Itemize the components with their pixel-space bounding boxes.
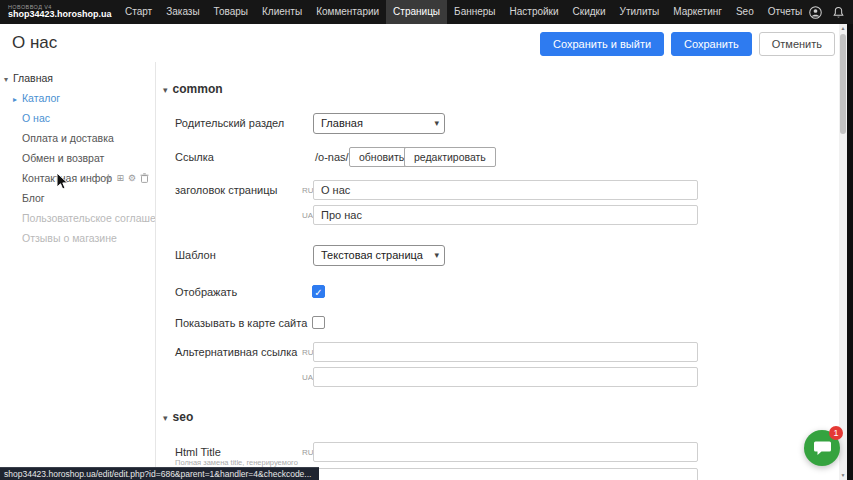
section-common-label: common: [173, 82, 223, 96]
parent-section-label: Родительский раздел: [175, 117, 284, 129]
add-page-icon[interactable]: ⊞: [116, 174, 124, 183]
chevron-down-icon: ▾: [4, 70, 13, 88]
sitemap-label: Показывать в карте сайта: [175, 317, 307, 329]
sidebar-item-label: Контактная инфор: [22, 172, 112, 184]
nav-orders[interactable]: Заказы: [159, 0, 206, 24]
nav-seo[interactable]: Seo: [729, 0, 761, 24]
nav-marketing[interactable]: Маркетинг: [666, 0, 729, 24]
alt-link-ua-input[interactable]: [313, 367, 698, 387]
page-title-ua-input[interactable]: [313, 205, 698, 225]
lang-tag-ua: UA: [302, 373, 313, 382]
sidebar-item-label: Пользовательское соглашение: [22, 212, 155, 224]
lang-tag-ru: RU: [302, 186, 314, 195]
field-page-title-ru: заголовок страницы RU: [157, 180, 840, 202]
sidebar-item-catalog[interactable]: ▸Каталог: [0, 88, 155, 108]
link-label: Ссылка: [175, 151, 214, 163]
sidebar-item-label: Обмен и возврат: [22, 152, 104, 164]
save-button[interactable]: Сохранить: [671, 32, 752, 56]
brand-domain-label: shop34423.horoshop.ua: [8, 10, 108, 20]
scrollbar-thumb[interactable]: [840, 34, 846, 134]
sidebar-item-store-reviews[interactable]: Отзывы о магазине: [0, 228, 155, 248]
vertical-scrollbar[interactable]: ▲ ▼: [839, 24, 847, 480]
field-alt-link-ua: UA: [157, 367, 840, 389]
page-title-field-label: заголовок страницы: [175, 184, 277, 196]
cancel-button[interactable]: Отменить: [759, 32, 835, 56]
section-seo-label: seo: [173, 410, 194, 424]
sidebar-item-label: Отзывы о магазине: [22, 232, 117, 244]
html-title-hint: Полная замена title, генерируемого: [175, 458, 298, 467]
display-label: Отображать: [175, 286, 237, 298]
sidebar-item-contact-info[interactable]: Контактная инфор ✛ ⊞ ⚙: [0, 168, 155, 188]
nav-pages[interactable]: Страницы: [386, 0, 447, 24]
alt-link-ru-input[interactable]: [313, 342, 698, 362]
header-actions: Сохранить и выйти Сохранить Отменить: [540, 32, 835, 56]
nav-reports[interactable]: Отчеты: [761, 0, 810, 24]
scroll-down-arrow[interactable]: ▼: [839, 471, 847, 480]
page-header: О нас Сохранить и выйти Сохранить Отмени…: [0, 24, 847, 62]
sidebar-item-label: О нас: [22, 112, 50, 124]
sidebar-item-about[interactable]: О нас: [0, 108, 155, 128]
chat-unread-badge: 1: [829, 426, 843, 440]
section-common-toggle[interactable]: ▾common: [163, 82, 223, 96]
app-window: НОВОВВОД V4 shop34423.horoshop.ua Старт …: [0, 0, 853, 480]
template-select[interactable]: Текстовая страница: [313, 245, 445, 266]
alt-link-label: Альтернативная ссылка: [175, 346, 297, 358]
chat-widget-button[interactable]: 1: [804, 430, 840, 466]
notifications-icon[interactable]: [832, 6, 845, 19]
chevron-down-icon: ▾: [163, 85, 168, 95]
sidebar-item-payment-delivery[interactable]: Оплата и доставка: [0, 128, 155, 148]
sitemap-checkbox[interactable]: [312, 316, 325, 329]
chat-bubble-icon: [813, 440, 831, 456]
lang-tag-ua: UA: [302, 211, 313, 220]
page-edit-form: ▾common Родительский раздел Главная Ссыл…: [157, 62, 840, 480]
html-title-ua-input[interactable]: [313, 468, 698, 480]
gear-icon[interactable]: ⚙: [128, 174, 136, 183]
trash-icon[interactable]: [140, 173, 149, 183]
move-icon[interactable]: ✛: [105, 174, 113, 183]
lang-tag-ru: RU: [302, 448, 314, 457]
field-sitemap: Показывать в карте сайта: [157, 313, 840, 335]
field-link: Ссылка /o-nas/ обновить редактировать: [157, 147, 840, 169]
field-display: Отображать ✓: [157, 282, 840, 304]
status-url-bubble: shop34423.horoshop.ua/edit/edit.php?id=6…: [0, 467, 319, 480]
section-seo-toggle[interactable]: ▾seo: [163, 410, 193, 424]
field-html-title-ru: Html Title Полная замена title, генериру…: [157, 442, 840, 464]
nav-products[interactable]: Товары: [207, 0, 255, 24]
nav-clients[interactable]: Клиенты: [255, 0, 309, 24]
sidebar-item-blog[interactable]: Блог: [0, 188, 155, 208]
topbar: НОВОВВОД V4 shop34423.horoshop.ua Старт …: [0, 0, 853, 24]
nav-start[interactable]: Старт: [118, 0, 159, 24]
link-edit-button[interactable]: редактировать: [404, 147, 496, 167]
nav-settings[interactable]: Настройки: [503, 0, 566, 24]
page-title-ru-input[interactable]: [313, 180, 698, 200]
html-title-ru-input[interactable]: [313, 442, 698, 462]
account-icon[interactable]: [809, 6, 822, 19]
link-path-value: /o-nas/: [315, 151, 349, 163]
field-alt-link-ru: Альтернативная ссылка RU: [157, 342, 840, 364]
nav-comments[interactable]: Комментарии: [309, 0, 386, 24]
window-edge-strip: [847, 24, 853, 480]
sidebar-item-exchange-return[interactable]: Обмен и возврат: [0, 148, 155, 168]
brand-logo[interactable]: НОВОВВОД V4 shop34423.horoshop.ua: [0, 4, 118, 20]
display-checkbox[interactable]: ✓: [312, 285, 325, 298]
scroll-up-arrow[interactable]: ▲: [839, 24, 847, 33]
sidebar-item-home[interactable]: ▾Главная: [0, 68, 155, 88]
field-page-title-ua: UA: [157, 205, 840, 227]
chevron-right-icon: ▸: [13, 90, 22, 108]
nav-banners[interactable]: Баннеры: [447, 0, 502, 24]
top-nav: Старт Заказы Товары Клиенты Комментарии …: [118, 0, 809, 24]
nav-utilities[interactable]: Утилиты: [613, 0, 667, 24]
sidebar-item-label: Главная: [13, 72, 53, 84]
nav-discounts[interactable]: Скидки: [566, 0, 613, 24]
pages-tree-sidebar: ▾Главная ▸Каталог О нас Оплата и доставк…: [0, 62, 156, 480]
topbar-icons: [809, 6, 853, 19]
lang-tag-ru: RU: [302, 348, 314, 357]
template-label: Шаблон: [175, 249, 216, 261]
sidebar-item-label: Каталог: [22, 92, 60, 104]
html-title-label: Html Title: [175, 446, 221, 458]
field-template: Шаблон Текстовая страница: [157, 245, 840, 267]
sidebar-item-user-agreement[interactable]: Пользовательское соглашение: [0, 208, 155, 228]
sidebar-item-label: Оплата и доставка: [22, 132, 114, 144]
parent-section-select[interactable]: Главная: [313, 113, 445, 134]
save-and-exit-button[interactable]: Сохранить и выйти: [540, 32, 664, 56]
